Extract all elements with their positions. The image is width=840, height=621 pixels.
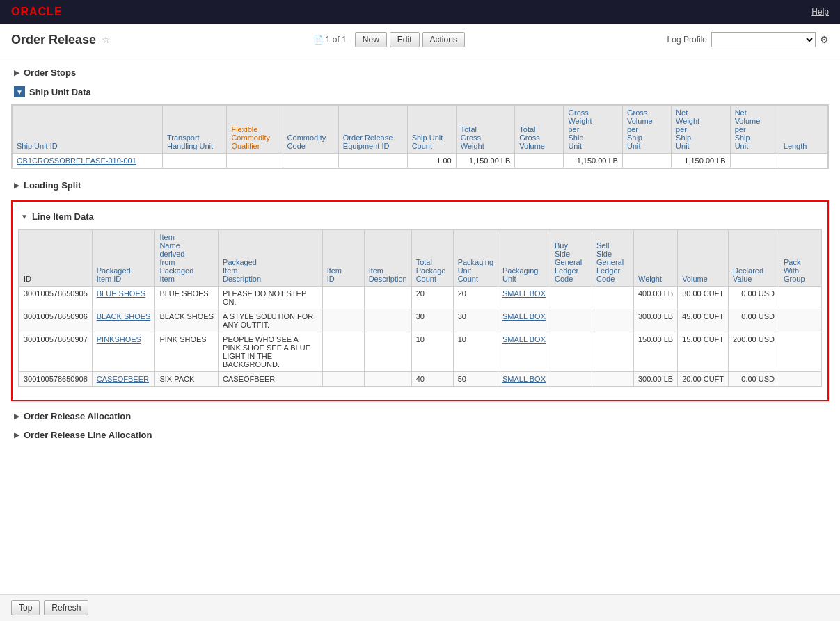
- refresh-button[interactable]: Refresh: [44, 600, 88, 615]
- line-item-cell[interactable]: SMALL BOX: [498, 372, 550, 387]
- order-release-allocation-label: Order Release Allocation: [24, 411, 131, 421]
- ship-unit-cell: [622, 154, 671, 168]
- col-ship-unit-id: Ship Unit ID: [13, 106, 163, 154]
- line-item-cell: 10: [453, 332, 498, 372]
- line-item-cell: [364, 309, 411, 332]
- li-col-weight: Weight: [633, 230, 677, 287]
- order-release-line-allocation-header[interactable]: ▶ Order Release Line Allocation: [11, 426, 829, 444]
- ship-unit-cell: 1,150.00 LB: [564, 154, 623, 168]
- line-item-cell: [592, 287, 633, 309]
- ship-unit-cell: 1,150.00 LB: [456, 154, 515, 168]
- oracle-logo: ORACLE: [11, 6, 63, 18]
- ship-unit-cell: [779, 154, 827, 168]
- ship-unit-cell: [338, 154, 407, 168]
- li-col-item-id: ItemID: [322, 230, 364, 287]
- col-total-gross-weight: TotalGrossWeight: [456, 106, 515, 154]
- order-stops-collapse-icon: ▶: [14, 69, 19, 76]
- line-item-cell: CASEOFBEER: [219, 372, 323, 387]
- ship-unit-data-section-header[interactable]: ▼ Ship Unit Data: [11, 82, 829, 102]
- line-item-cell: 300.00 LB: [633, 309, 677, 332]
- li-col-pack-with-group: PackWithGroup: [779, 230, 821, 287]
- line-item-cell: [550, 372, 592, 387]
- line-item-cell[interactable]: SMALL BOX: [498, 332, 550, 372]
- line-item-cell[interactable]: CASEOFBEER: [92, 372, 155, 387]
- line-item-cell: BLACK SHOES: [155, 309, 219, 332]
- ship-unit-cell: 1,150.00 LB: [672, 154, 731, 168]
- line-item-cell: [779, 309, 821, 332]
- line-item-data-section-header[interactable]: ▼ Line Item Data: [18, 207, 822, 226]
- ship-unit-cell: [515, 154, 564, 168]
- line-item-cell: [364, 332, 411, 372]
- col-gross-weight-per-ship-unit: GrossWeightperShipUnit: [564, 106, 623, 154]
- order-release-line-allocation-label: Order Release Line Allocation: [24, 430, 152, 440]
- line-item-table: ID PackagedItem ID ItemNamederivedfromPa…: [19, 229, 821, 387]
- ship-unit-cell: [227, 154, 283, 168]
- line-item-cell[interactable]: SMALL BOX: [498, 309, 550, 332]
- li-col-id: ID: [19, 230, 93, 287]
- order-stops-section-header[interactable]: ▶ Order Stops: [11, 63, 829, 82]
- line-item-cell: [592, 309, 633, 332]
- line-item-cell: PLEASE DO NOT STEP ON.: [219, 287, 323, 309]
- line-item-cell: [550, 332, 592, 372]
- top-button[interactable]: Top: [11, 600, 40, 615]
- line-item-expand-icon: ▼: [21, 213, 28, 220]
- page-footer: Top Refresh: [0, 594, 840, 621]
- new-button[interactable]: New: [355, 32, 387, 47]
- toolbar: 📄 1 of 1 New Edit Actions: [313, 32, 465, 47]
- ship-unit-cell: [283, 154, 338, 168]
- col-gross-volume-per-ship-unit: GrossVolumeperShipUnit: [622, 106, 671, 154]
- loading-split-section-header[interactable]: ▶ Loading Split: [11, 176, 829, 195]
- line-item-cell: [322, 332, 364, 372]
- loading-split-collapse-icon: ▶: [14, 182, 19, 189]
- edit-button[interactable]: Edit: [390, 32, 420, 47]
- config-icon[interactable]: ⚙: [820, 34, 829, 45]
- ship-unit-data-expand-icon: ▼: [14, 86, 25, 97]
- line-item-cell: [322, 287, 364, 309]
- page-header: Order Release ☆ 📄 1 of 1 New Edit Action…: [0, 24, 840, 56]
- line-item-cell: SIX PACK: [155, 372, 219, 387]
- ship-unit-cell: [730, 154, 779, 168]
- page-title-area: Order Release ☆: [11, 33, 111, 47]
- line-item-cell: PINK SHOES: [155, 332, 219, 372]
- favorite-star-icon[interactable]: ☆: [102, 34, 111, 45]
- li-col-item-name: ItemNamederivedfromPackagedItem: [155, 230, 219, 287]
- col-commodity-code: CommodityCode: [283, 106, 338, 154]
- help-link[interactable]: Help: [811, 7, 829, 17]
- li-col-declared-value: DeclaredValue: [729, 230, 779, 287]
- line-item-cell[interactable]: SMALL BOX: [498, 287, 550, 309]
- line-item-cell: 30: [411, 309, 453, 332]
- main-content: ▶ Order Stops ▼ Ship Unit Data Ship Unit…: [0, 56, 840, 451]
- line-item-cell: [779, 372, 821, 387]
- line-item-cell[interactable]: BLUE SHOES: [92, 287, 155, 309]
- log-profile-area: Log Profile ⚙: [667, 32, 829, 47]
- li-col-packaging-unit: PackagingUnit: [498, 230, 550, 287]
- line-item-cell: [322, 372, 364, 387]
- page-indicator-text: 1 of 1: [326, 35, 347, 45]
- loading-split-label: Loading Split: [24, 180, 81, 191]
- li-col-item-description: ItemDescription: [364, 230, 411, 287]
- line-item-cell: 150.00 LB: [633, 332, 677, 372]
- line-item-cell: 200.00 USD: [729, 332, 779, 372]
- line-item-cell: 300100578650908: [19, 372, 93, 387]
- log-profile-select[interactable]: [711, 32, 816, 47]
- log-profile-label: Log Profile: [667, 35, 707, 45]
- line-item-cell: 10: [411, 332, 453, 372]
- page-title: Order Release: [11, 33, 96, 47]
- line-item-row: 300100578650905BLUE SHOESBLUE SHOESPLEAS…: [19, 287, 821, 309]
- col-ship-unit-count: Ship UnitCount: [407, 106, 456, 154]
- ship-unit-cell[interactable]: OB1CROSSOBRELEASE-010-001: [13, 154, 163, 168]
- line-item-data-label: Line Item Data: [32, 211, 94, 222]
- orla-collapse-icon: ▶: [14, 431, 19, 439]
- actions-button[interactable]: Actions: [422, 32, 465, 47]
- line-item-cell: PEOPLE WHO SEE A PINK SHOE SEE A BLUE LI…: [219, 332, 323, 372]
- ship-unit-data-label: Ship Unit Data: [29, 87, 91, 97]
- order-stops-label: Order Stops: [24, 67, 76, 78]
- line-item-section: ▼ Line Item Data ID PackagedItem ID Item…: [11, 200, 829, 401]
- line-item-cell: [779, 287, 821, 309]
- ora-collapse-icon: ▶: [14, 412, 19, 420]
- page-indicator: 📄 1 of 1: [313, 35, 347, 45]
- line-item-cell[interactable]: BLACK SHOES: [92, 309, 155, 332]
- line-item-cell[interactable]: PINKSHOES: [92, 332, 155, 372]
- line-item-cell: 0.00 USD: [729, 372, 779, 387]
- order-release-allocation-header[interactable]: ▶ Order Release Allocation: [11, 407, 829, 426]
